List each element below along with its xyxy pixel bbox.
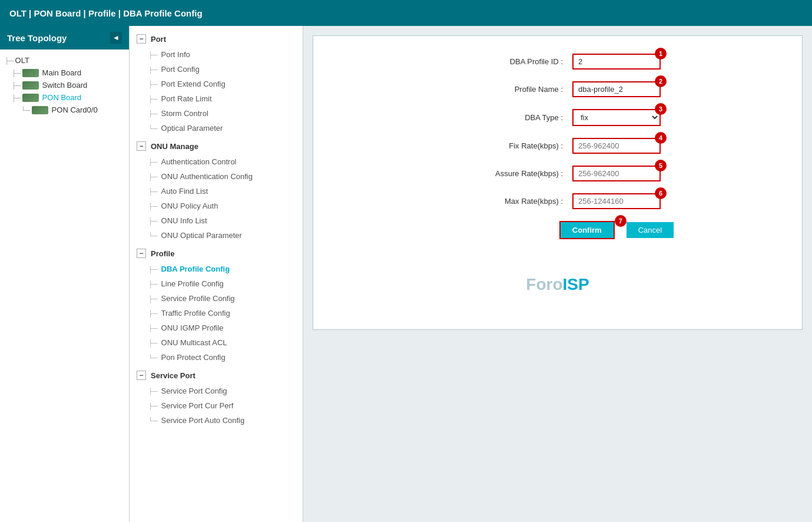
cancel-button[interactable]: Cancel (627, 222, 674, 238)
label-profile-name: Profile Name : (455, 85, 572, 94)
menu-label-port-info: Port Info (161, 50, 190, 59)
section-port-header[interactable]: − Port (130, 31, 303, 47)
field-wrapper-profile-name: 2 (572, 81, 661, 97)
menu-item-optical-parameter[interactable]: └─ Optical Parameter (130, 121, 303, 136)
tree-label-switch-board: Switch Board (42, 81, 88, 90)
menu-item-dba-profile-config[interactable]: ├─ DBA Profile Config (130, 262, 303, 276)
field-wrapper-assure-rate: 5 (572, 166, 661, 181)
badge-5: 5 (655, 160, 667, 171)
section-onu-manage: − ONU Manage ├─ Authentication Control ├… (130, 138, 303, 243)
menu-label-port-rate-limit: Port Rate Limit (161, 94, 212, 103)
menu-label-optical-parameter: Optical Parameter (161, 124, 223, 133)
section-service-port: − Service Port ├─ Service Port Config ├─… (130, 367, 303, 428)
input-assure-rate[interactable] (572, 166, 661, 181)
menu-label-onu-info-list: ONU Info List (161, 216, 207, 225)
menu-item-onu-policy-auth[interactable]: ├─ ONU Policy Auth (130, 199, 303, 213)
menu-label-service-port-config: Service Port Config (161, 386, 227, 395)
tree-label-pon-card: PON Card0/0 (52, 105, 98, 114)
collapse-icon: − (137, 34, 146, 44)
sidebar-header: Tree Topology ◄ (0, 26, 129, 49)
menu-item-authentication-control[interactable]: ├─ Authentication Control (130, 154, 303, 169)
collapse-icon: − (137, 371, 146, 380)
menu-label-storm-control: Storm Control (161, 109, 208, 118)
badge-1: 1 (655, 48, 667, 60)
confirm-wrapper: Confirm 7 (559, 221, 621, 239)
form-container: DBA Profile ID : 1 Profile Name : 2 DBA … (313, 35, 803, 330)
menu-item-pon-protect-config[interactable]: └─ Pon Protect Config (130, 350, 303, 365)
section-profile-header[interactable]: − Profile (130, 245, 303, 262)
badge-6: 6 (655, 187, 667, 199)
menu-item-traffic-profile-config[interactable]: ├─ Traffic Profile Config (130, 306, 303, 321)
field-wrapper-dba-type: fix assure max fix+assure assure+max fix… (572, 109, 661, 126)
form-row-profile-name: Profile Name : 2 (325, 81, 790, 97)
menu-item-onu-optical-parameter[interactable]: └─ ONU Optical Parameter (130, 228, 303, 243)
branch-line: ├─ (12, 94, 21, 101)
sidebar-toggle[interactable]: ◄ (110, 32, 122, 44)
tree-label-olt: OLT (15, 56, 29, 65)
select-dba-type[interactable]: fix assure max fix+assure assure+max fix… (572, 109, 661, 126)
menu-item-onu-info-list[interactable]: ├─ ONU Info List (130, 213, 303, 228)
input-fix-rate[interactable] (572, 138, 661, 154)
menu-item-storm-control[interactable]: ├─ Storm Control (130, 106, 303, 121)
middle-panel: − Port ├─ Port Info ├─ Port Config ├─ Po… (130, 26, 303, 522)
watermark: ForoISP (526, 275, 589, 294)
section-profile: − Profile ├─ DBA Profile Config ├─ Line … (130, 245, 303, 365)
menu-item-onu-multicast-acl[interactable]: ├─ ONU Multicast ACL (130, 335, 303, 350)
menu-item-service-port-auto-config[interactable]: └─ Service Port Auto Config (130, 413, 303, 428)
sidebar: Tree Topology ◄ ├─ OLT ├─ Main Board ├─ … (0, 26, 130, 522)
field-wrapper-max-rate: 6 (572, 193, 661, 209)
board-icon (22, 69, 39, 77)
menu-item-auto-find-list[interactable]: ├─ Auto Find List (130, 184, 303, 199)
menu-item-port-config[interactable]: ├─ Port Config (130, 62, 303, 77)
branch-line: └─ (21, 107, 31, 114)
menu-label-onu-igmp-profile: ONU IGMP Profile (161, 323, 224, 332)
menu-item-service-profile-config[interactable]: ├─ Service Profile Config (130, 291, 303, 306)
menu-item-port-info[interactable]: ├─ Port Info (130, 47, 303, 62)
menu-item-service-port-cur-perf[interactable]: ├─ Service Port Cur Perf (130, 398, 303, 413)
menu-label-onu-policy-auth: ONU Policy Auth (161, 201, 218, 210)
tree-item-main-board[interactable]: ├─ Main Board (0, 67, 129, 79)
menu-label-dba-profile-config: DBA Profile Config (161, 265, 230, 273)
form-row-dba-profile-id: DBA Profile ID : 1 (325, 54, 790, 70)
board-icon (22, 81, 39, 90)
board-icon (22, 94, 39, 102)
branch-line: ├─ (12, 70, 21, 77)
badge-7: 7 (615, 215, 627, 227)
section-service-port-label: Service Port (151, 371, 195, 380)
menu-item-onu-igmp-profile[interactable]: ├─ ONU IGMP Profile (130, 321, 303, 335)
input-profile-name[interactable] (572, 81, 661, 97)
form-row-buttons: Confirm 7 Cancel (325, 221, 790, 239)
section-port: − Port ├─ Port Info ├─ Port Config ├─ Po… (130, 31, 303, 136)
tree-label-pon-board: PON Board (42, 93, 81, 102)
branch-line: ├─ (5, 57, 14, 64)
section-profile-label: Profile (151, 249, 174, 258)
tree-item-olt[interactable]: ├─ OLT (0, 54, 129, 67)
confirm-button[interactable]: Confirm (559, 221, 615, 239)
menu-label-onu-multicast-acl: ONU Multicast ACL (161, 338, 227, 347)
menu-label-port-config: Port Config (161, 65, 200, 74)
input-max-rate[interactable] (572, 193, 661, 209)
tree-view: ├─ OLT ├─ Main Board ├─ Switch Board ├─ … (0, 49, 129, 121)
label-dba-profile-id: DBA Profile ID : (455, 57, 572, 66)
tree-item-pon-card[interactable]: └─ PON Card0/0 (0, 104, 129, 116)
branch-line: ├─ (12, 82, 21, 89)
menu-item-line-profile-config[interactable]: ├─ Line Profile Config (130, 276, 303, 291)
menu-label-auto-find-list: Auto Find List (161, 187, 208, 196)
menu-label-onu-optical-parameter: ONU Optical Parameter (161, 231, 242, 240)
menu-item-onu-auth-config[interactable]: ├─ ONU Authentication Config (130, 169, 303, 184)
badge-2: 2 (655, 75, 667, 87)
menu-label-service-port-cur-perf: Service Port Cur Perf (161, 401, 234, 410)
menu-item-port-extend-config[interactable]: ├─ Port Extend Config (130, 77, 303, 91)
menu-label-service-profile-config: Service Profile Config (161, 294, 235, 303)
menu-item-service-port-config[interactable]: ├─ Service Port Config (130, 384, 303, 398)
menu-item-port-rate-limit[interactable]: ├─ Port Rate Limit (130, 91, 303, 106)
section-onu-manage-label: ONU Manage (151, 142, 198, 151)
tree-item-switch-board[interactable]: ├─ Switch Board (0, 79, 129, 91)
collapse-icon: − (137, 141, 146, 151)
input-dba-profile-id[interactable] (572, 54, 661, 70)
section-onu-manage-header[interactable]: − ONU Manage (130, 138, 303, 154)
section-service-port-header[interactable]: − Service Port (130, 367, 303, 384)
tree-item-pon-board[interactable]: ├─ PON Board (0, 91, 129, 104)
button-wrapper: Confirm 7 Cancel (559, 221, 674, 239)
label-dba-type: DBA Type : (455, 113, 572, 122)
